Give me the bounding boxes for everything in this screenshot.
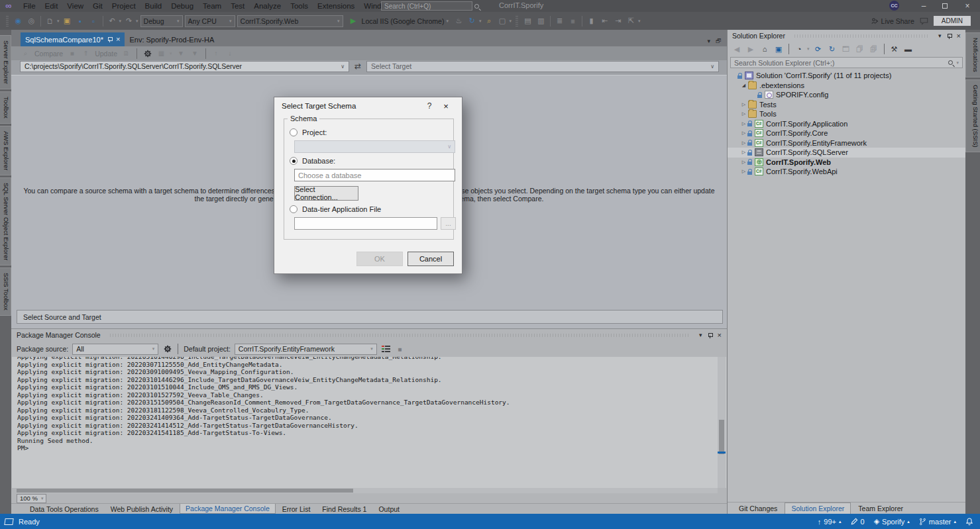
- tree-expander-icon[interactable]: [740, 150, 747, 155]
- solution-explorer-header[interactable]: Solution Explorer ▾ ×: [728, 30, 965, 42]
- float-window-icon[interactable]: 🗗: [716, 38, 722, 44]
- tab-list-chevron-icon[interactable]: ▾: [707, 38, 710, 44]
- tree-item-corrit-sporify-entityframework[interactable]: CorrIT.Sporify.EntityFramework: [728, 138, 965, 148]
- menu-item-debug[interactable]: Debug: [166, 0, 198, 12]
- indent-icon[interactable]: ≣: [554, 15, 565, 26]
- console-output[interactable]: Applying explicit migration: 20220310144…: [12, 357, 726, 488]
- chevron-down-icon[interactable]: ▾: [57, 19, 60, 24]
- tree-item-corrit-sporify-web[interactable]: CorrIT.Sporify.Web: [728, 158, 965, 168]
- tree-item-solution-corrit-sporify-11-of-11-projects[interactable]: Solution 'CorrIT.Sporify' (11 of 11 proj…: [728, 71, 965, 81]
- tree-expander-icon[interactable]: [740, 130, 747, 136]
- refresh-icon[interactable]: ⟳: [813, 44, 824, 54]
- wrench-icon[interactable]: ⚒: [889, 44, 900, 54]
- tool-tab-notifications[interactable]: Notifications: [965, 32, 980, 77]
- tool-tab-aws-explorer[interactable]: AWS Explorer: [0, 126, 11, 175]
- tool-tab-server-explorer[interactable]: Server Explorer: [0, 35, 11, 89]
- pending-edits-button[interactable]: 0: [851, 518, 865, 526]
- panel-drag-area[interactable]: [794, 34, 929, 38]
- package-source-settings-gear-icon[interactable]: [162, 344, 172, 354]
- account-avatar[interactable]: CC: [889, 1, 899, 11]
- next-difference-icon[interactable]: ↓: [225, 48, 235, 58]
- platform-combo[interactable]: Any CPU▾: [185, 15, 235, 27]
- quick-search-box[interactable]: [381, 1, 472, 11]
- menu-item-extensions[interactable]: Extensions: [313, 0, 359, 12]
- chevron-down-icon[interactable]: ▾: [136, 19, 138, 24]
- menu-item-project[interactable]: Project: [107, 0, 140, 12]
- package-source-combo[interactable]: All ▾: [72, 344, 158, 355]
- save-icon[interactable]: ▪: [75, 15, 86, 26]
- browser-link-icon[interactable]: ▢: [496, 15, 508, 26]
- compare-icon[interactable]: ⌕: [21, 48, 30, 58]
- project-radio[interactable]: [290, 128, 298, 136]
- tree-item-corrit-sporify-webapi[interactable]: CorrIT.Sporify.WebApi: [728, 167, 965, 177]
- startup-project-combo[interactable]: CorrIT.Sporify.Web▾: [237, 15, 343, 27]
- ok-button[interactable]: OK: [356, 252, 403, 266]
- open-folder-icon[interactable]: ▣: [62, 15, 73, 26]
- feedback-icon[interactable]: [920, 17, 928, 25]
- dialog-title-bar[interactable]: Select Target Schema ? ×: [274, 97, 462, 115]
- bottom-tab-error-list[interactable]: Error List: [277, 504, 316, 514]
- menu-item-test[interactable]: Test: [226, 0, 249, 12]
- pin-tab-icon[interactable]: [107, 36, 112, 42]
- zoom-level-combo[interactable]: 100 % ▾: [17, 494, 46, 503]
- save-all-icon[interactable]: ▫: [88, 15, 99, 26]
- tool-tab-getting-started-ssis[interactable]: Getting Started (SSIS): [965, 79, 980, 153]
- clear-bookmarks-icon[interactable]: ⇱: [626, 15, 637, 26]
- collapse-all-icon[interactable]: 🗐: [869, 44, 879, 54]
- pin-panel-icon[interactable]: [708, 332, 712, 338]
- bottom-tab-find-results-1[interactable]: Find Results 1: [317, 504, 372, 514]
- tool-tab-sql-server-object-explorer[interactable]: SQL Server Object Explorer: [0, 177, 11, 265]
- live-share-button[interactable]: Live Share: [871, 17, 914, 25]
- back-icon[interactable]: ◀: [732, 44, 742, 54]
- bookmark-icon[interactable]: ▮: [586, 15, 597, 26]
- pin-panel-icon[interactable]: [947, 33, 952, 39]
- close-window-button[interactable]: ×: [957, 0, 977, 12]
- menu-item-edit[interactable]: Edit: [40, 0, 63, 12]
- database-radio-row[interactable]: Database:: [290, 157, 335, 165]
- update-arrow-icon[interactable]: ⇑: [81, 48, 91, 58]
- target-schema-combo[interactable]: Select Target ∨: [366, 61, 719, 72]
- chevron-down-icon[interactable]: ▾: [446, 19, 449, 24]
- outgoing-commits-button[interactable]: ↑ 99+ ▴: [818, 518, 842, 526]
- hot-reload-icon[interactable]: ♨: [453, 15, 464, 26]
- panel-drag-area[interactable]: [110, 334, 690, 337]
- dialog-help-button[interactable]: ?: [421, 101, 437, 111]
- tree-expander-icon[interactable]: [740, 160, 747, 165]
- maximize-button[interactable]: [935, 0, 955, 12]
- scrollbar-thumb[interactable]: [719, 420, 724, 454]
- close-panel-icon[interactable]: ×: [718, 331, 722, 339]
- previous-difference-icon[interactable]: ↑: [211, 48, 221, 58]
- menu-item-team[interactable]: Team: [198, 0, 226, 12]
- admin-badge[interactable]: ADMIN: [934, 16, 971, 26]
- tree-item-corrit-sporify-sqlserver[interactable]: CorrIT.Sporify.SQLServer: [728, 148, 965, 158]
- clear-console-icon[interactable]: [381, 344, 391, 354]
- schema-compare-icon[interactable]: ▤: [522, 15, 533, 26]
- tree-expander-icon[interactable]: [740, 102, 747, 107]
- find-in-files-icon[interactable]: ⌕: [483, 15, 494, 26]
- sync-with-active-document-icon[interactable]: ↻: [827, 44, 838, 54]
- database-combo[interactable]: [294, 169, 455, 181]
- generate-script-icon[interactable]: 🗎: [121, 48, 131, 58]
- select-connection-button[interactable]: Select Connection...: [294, 186, 358, 201]
- toolbar-overflow-icon[interactable]: ▾: [509, 19, 512, 24]
- pending-changes-filter-icon[interactable]: ◔: [794, 44, 804, 54]
- project-radio-row[interactable]: Project:: [290, 128, 327, 136]
- close-tab-icon[interactable]: ×: [116, 36, 120, 43]
- pmc-header[interactable]: Package Manager Console ▾ ×: [11, 329, 727, 341]
- refresh-icon[interactable]: ↻: [466, 15, 478, 26]
- chevron-down-icon[interactable]: ▾: [807, 46, 810, 52]
- chevron-down-icon[interactable]: ▾: [119, 19, 122, 24]
- tree-item-tests[interactable]: Tests: [728, 100, 965, 110]
- tree-item-tools[interactable]: Tools: [728, 109, 965, 119]
- tree-expander-icon[interactable]: [740, 169, 747, 174]
- menu-item-analyze[interactable]: Analyze: [249, 0, 286, 12]
- tree-expander-icon[interactable]: [740, 121, 747, 126]
- menu-item-git[interactable]: Git: [88, 0, 107, 12]
- tree-expander-icon[interactable]: [740, 140, 747, 146]
- default-project-combo[interactable]: CorrIT.Sporify.EntityFramework ▾: [235, 344, 377, 355]
- filter-clear-icon[interactable]: ▼: [190, 48, 200, 58]
- tree-item-sporify-config[interactable]: SPORIFY.config: [728, 90, 965, 100]
- cancel-button[interactable]: Cancel: [408, 252, 454, 266]
- menu-item-tools[interactable]: Tools: [286, 0, 313, 12]
- show-all-files-icon[interactable]: 🗍: [855, 44, 865, 54]
